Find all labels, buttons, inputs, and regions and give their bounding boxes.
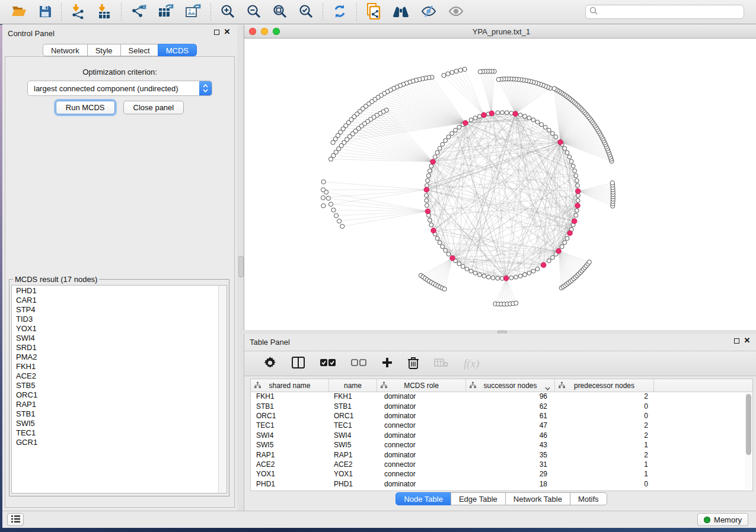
graph-node[interactable] xyxy=(554,135,558,139)
graph-node[interactable] xyxy=(550,132,554,136)
table-row[interactable]: RAP1RAP1dominator352 xyxy=(251,450,744,459)
criterion-select[interactable]: largest connected component (undirected) xyxy=(27,81,212,96)
graph-node[interactable] xyxy=(450,132,454,136)
graph-node[interactable] xyxy=(321,188,325,192)
graph-node[interactable] xyxy=(428,218,432,222)
show-annotations-button[interactable] xyxy=(446,3,465,21)
graph-node[interactable] xyxy=(337,219,341,223)
graph-node[interactable] xyxy=(547,128,551,132)
graph-node[interactable] xyxy=(454,128,458,132)
export-network-button[interactable] xyxy=(129,2,148,22)
mcds-result-item[interactable]: CAR1 xyxy=(12,296,218,305)
graph-node[interactable] xyxy=(565,150,569,155)
table-scrollbar[interactable] xyxy=(745,393,752,489)
column-header-predecessor-nodes[interactable]: predecessor nodes xyxy=(555,379,654,392)
graph-node[interactable] xyxy=(454,69,458,73)
export-image-button[interactable] xyxy=(184,2,203,22)
mcds-result-item[interactable]: SWI5 xyxy=(12,419,218,428)
graph-node[interactable] xyxy=(527,116,531,120)
graph-node[interactable] xyxy=(518,113,522,117)
graph-node[interactable] xyxy=(531,118,535,122)
mcds-result-item[interactable]: FKH1 xyxy=(12,362,218,371)
graph-hub-node[interactable] xyxy=(572,219,577,224)
tab-mcds[interactable]: MCDS xyxy=(158,44,197,56)
close-panel-icon[interactable]: ✕ xyxy=(743,336,751,345)
graph-node[interactable] xyxy=(465,267,469,271)
graph-hub-node[interactable] xyxy=(481,113,487,118)
graph-node[interactable] xyxy=(543,125,547,129)
graph-hub-node[interactable] xyxy=(424,187,429,193)
graph-node[interactable] xyxy=(429,164,433,168)
float-panel-icon[interactable] xyxy=(734,338,739,344)
graph-node[interactable] xyxy=(441,142,445,146)
graph-node[interactable] xyxy=(426,174,430,178)
graph-node[interactable] xyxy=(571,164,575,168)
graph-node[interactable] xyxy=(518,274,522,278)
graph-node[interactable] xyxy=(610,181,614,185)
graph-node[interactable] xyxy=(469,269,473,273)
mcds-result-item[interactable]: PHD1 xyxy=(12,286,218,296)
splitter-grip[interactable] xyxy=(238,256,244,277)
graph-node[interactable] xyxy=(569,159,573,164)
graph-node[interactable] xyxy=(560,245,564,249)
graph-node[interactable] xyxy=(438,146,442,150)
graph-node[interactable] xyxy=(563,241,567,245)
panel-list-button[interactable] xyxy=(7,513,24,526)
graph-node[interactable] xyxy=(425,203,429,207)
graph-node[interactable] xyxy=(425,198,429,203)
mcds-result-item[interactable]: GCR1 xyxy=(12,438,218,447)
save-session-button[interactable] xyxy=(37,3,53,21)
mcds-result-item[interactable]: SWI4 xyxy=(12,334,218,343)
graph-node[interactable] xyxy=(523,273,527,277)
graph-node[interactable] xyxy=(552,86,556,91)
graph-hub-node[interactable] xyxy=(450,255,455,261)
graph-hub-node[interactable] xyxy=(503,276,509,281)
graph-node[interactable] xyxy=(567,155,572,159)
graph-node[interactable] xyxy=(321,204,326,208)
table-row[interactable]: ACE2ACE2connector311 xyxy=(251,460,744,469)
graph-node[interactable] xyxy=(442,287,446,291)
graph-node[interactable] xyxy=(457,125,461,129)
deselect-all-button[interactable] xyxy=(351,358,366,368)
graph-node[interactable] xyxy=(514,275,518,279)
graph-node[interactable] xyxy=(509,276,513,280)
graph-node[interactable] xyxy=(473,271,477,275)
tab-style[interactable]: Style xyxy=(87,44,121,56)
graph-node[interactable] xyxy=(478,70,482,74)
column-layout-button[interactable] xyxy=(292,357,305,370)
graph-node[interactable] xyxy=(547,259,551,263)
table-row[interactable]: FKH1FKH1dominator962 xyxy=(251,392,744,401)
table-row[interactable]: STB1STB1dominator620 xyxy=(251,401,744,411)
graph-hub-node[interactable] xyxy=(463,120,468,126)
graph-hub-node[interactable] xyxy=(575,203,580,209)
graph-node[interactable] xyxy=(444,139,448,143)
graph-node[interactable] xyxy=(482,274,486,278)
graph-node[interactable] xyxy=(563,146,567,150)
graph-node[interactable] xyxy=(491,276,495,280)
tab-network[interactable]: Network xyxy=(43,44,88,56)
zoom-in-button[interactable] xyxy=(219,2,237,22)
graph-hub-node[interactable] xyxy=(556,248,562,254)
graph-node[interactable] xyxy=(331,208,336,212)
graph-hub-node[interactable] xyxy=(541,262,546,268)
graph-node[interactable] xyxy=(535,267,540,271)
graph-node[interactable] xyxy=(340,224,344,228)
vertical-splitter[interactable] xyxy=(237,25,244,511)
graph-hub-node[interactable] xyxy=(558,140,563,145)
graph-node[interactable] xyxy=(469,118,473,122)
hide-annotations-button[interactable] xyxy=(419,3,438,21)
table-row[interactable]: SWI4SWI4dominator462 xyxy=(251,431,744,440)
graph-node[interactable] xyxy=(496,78,500,82)
graph-node[interactable] xyxy=(426,178,430,182)
graph-node[interactable] xyxy=(438,241,442,245)
graph-node[interactable] xyxy=(328,157,333,161)
column-header-successor-nodes[interactable]: successor nodes xyxy=(466,379,555,392)
close-panel-button[interactable]: Close panel xyxy=(123,101,184,114)
tab-select[interactable]: Select xyxy=(120,44,158,56)
mcds-result-item[interactable]: ORC1 xyxy=(12,390,218,400)
function-builder-button[interactable]: f(x) xyxy=(464,357,479,370)
graph-hub-node[interactable] xyxy=(576,188,581,194)
mcds-result-item[interactable]: STB5 xyxy=(12,381,218,390)
graph-node[interactable] xyxy=(444,248,448,252)
run-mcds-button[interactable]: Run MCDS xyxy=(56,101,115,114)
